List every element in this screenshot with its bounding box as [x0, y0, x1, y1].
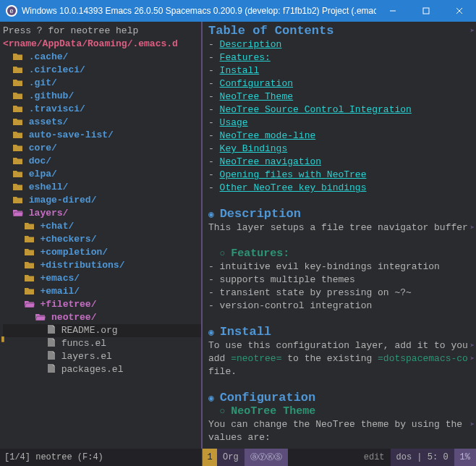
tree-dir[interactable]: .github/ [3, 90, 201, 103]
modeline-percent: 1% [454, 449, 476, 466]
neotree-help-text: Press ? for neotree help [3, 25, 201, 38]
folder-icon [25, 234, 35, 245]
tree-dir[interactable]: image-dired/ [3, 194, 201, 207]
tree-dir[interactable]: +checkers/ [3, 233, 201, 246]
modeline-main: 1 Org ⓐⓨⓀⓈ edit dos | 5: 0 1% [203, 449, 476, 466]
tree-dir[interactable]: +distributions/ [3, 259, 201, 272]
modeline-neotree: [1/4] neotree (F:4) [0, 449, 203, 466]
tree-dir[interactable]: core/ [3, 142, 201, 155]
tree-dir[interactable]: .circleci/ [3, 64, 201, 77]
file-icon [47, 338, 56, 349]
modeline: [1/4] neotree (F:4) 1 Org ⓐⓨⓀⓈ edit dos … [0, 449, 476, 466]
tree-dir[interactable]: neotree/ [3, 311, 201, 324]
folder-icon [13, 130, 23, 140]
modeline-window-number: 1 [203, 449, 217, 466]
file-icon [47, 351, 56, 362]
file-icon [47, 325, 56, 336]
tree-dir[interactable]: doc/ [3, 155, 201, 168]
tree-dir[interactable]: layers/ [3, 207, 201, 220]
folder-icon [25, 299, 35, 310]
folder-icon [13, 90, 23, 101]
folder-icon [13, 182, 23, 192]
tree-dir[interactable]: assets/ [3, 116, 201, 129]
toc-entry[interactable]: - NeoTree Source Control Integration [208, 103, 473, 116]
modeline-minor-modes: ⓐⓨⓀⓈ [245, 449, 288, 466]
tree-dir[interactable]: +filetree/ [3, 298, 201, 311]
feature-item: - intuitive evil key-bindings integratio… [208, 260, 473, 274]
tree-file[interactable]: layers.el [3, 350, 201, 363]
toc-entry[interactable]: - NeoTree navigation [208, 156, 473, 169]
folder-icon [13, 169, 23, 179]
feature-item: - version-control integration [208, 300, 473, 313]
folder-icon [13, 116, 23, 127]
folder-icon [13, 77, 23, 88]
folder-icon [13, 51, 23, 62]
window-title: Windows 10.0.14393 Emacs 26.0.50 Spacema… [22, 6, 376, 16]
folder-icon [25, 260, 35, 271]
toc-entry[interactable]: - Key Bindings [208, 143, 473, 156]
folder-icon [13, 156, 23, 166]
tree-dir[interactable]: .git/ [3, 77, 201, 90]
tree-dir[interactable]: auto-save-list/ [3, 129, 201, 142]
folder-icon [13, 143, 23, 153]
feature-item: - transient state by pressing on ~?~ [208, 287, 473, 300]
toc-entry[interactable]: - Install [208, 64, 473, 77]
svg-rect-3 [423, 8, 429, 14]
toc-entry[interactable]: - NeoTree Theme [208, 90, 473, 103]
svg-text:e: e [9, 7, 13, 14]
modeline-eol: dos | 5: 0 [391, 449, 454, 466]
folder-icon [25, 247, 35, 258]
file-icon [47, 364, 56, 375]
window-titlebar: e Windows 10.0.14393 Emacs 26.0.50 Space… [0, 0, 476, 22]
neotree-sidebar[interactable]: Press ? for neotree help <rname/AppData/… [0, 22, 203, 449]
tree-dir[interactable]: +email/ [3, 285, 201, 298]
toc-entry[interactable]: - Opening files with NeoTree [208, 169, 473, 182]
spacemacs-icon: e [6, 5, 17, 17]
toc-entry[interactable]: - Configuration [208, 77, 473, 90]
tree-dir[interactable]: elpa/ [3, 168, 201, 181]
folder-icon [25, 221, 35, 232]
tree-file[interactable]: packages.el [3, 363, 201, 376]
toc-entry[interactable]: - Usage [208, 116, 473, 130]
toc-entry[interactable]: - Features: [208, 51, 473, 64]
folder-icon [25, 286, 35, 297]
close-button[interactable] [443, 0, 476, 22]
folder-icon [13, 64, 23, 75]
tree-dir[interactable]: +emacs/ [3, 272, 201, 285]
tree-dir[interactable]: eshell/ [3, 181, 201, 194]
modeline-edit-state: edit [358, 449, 391, 466]
tree-dir[interactable]: +completion/ [3, 246, 201, 259]
minimize-button[interactable] [376, 0, 409, 22]
folder-icon [13, 195, 23, 206]
folder-icon [13, 208, 23, 219]
modeline-major-mode: Org [217, 449, 245, 466]
toc-entry[interactable]: - NeoTree mode-line [208, 130, 473, 143]
editor-buffer[interactable]: ➤Table of Contents - Description - Featu… [203, 22, 476, 449]
feature-item: - supports multiple themes [208, 274, 473, 287]
neotree-root-path[interactable]: <rname/AppData/Roaming/.emacs.d [3, 38, 201, 51]
folder-icon [35, 312, 46, 323]
tree-file[interactable]: ▮ README.org [3, 324, 201, 337]
tree-file[interactable]: funcs.el [3, 337, 201, 350]
tree-dir[interactable]: .cache/ [3, 51, 201, 64]
maximize-button[interactable] [409, 0, 443, 22]
toc-entry[interactable]: - Description [208, 38, 473, 51]
folder-icon [25, 273, 35, 284]
tree-dir[interactable]: +chat/ [3, 220, 201, 233]
tree-dir[interactable]: .travisci/ [3, 103, 201, 116]
toc-entry[interactable]: - Other NeoTree key bindings [208, 182, 473, 195]
folder-icon [13, 103, 23, 114]
